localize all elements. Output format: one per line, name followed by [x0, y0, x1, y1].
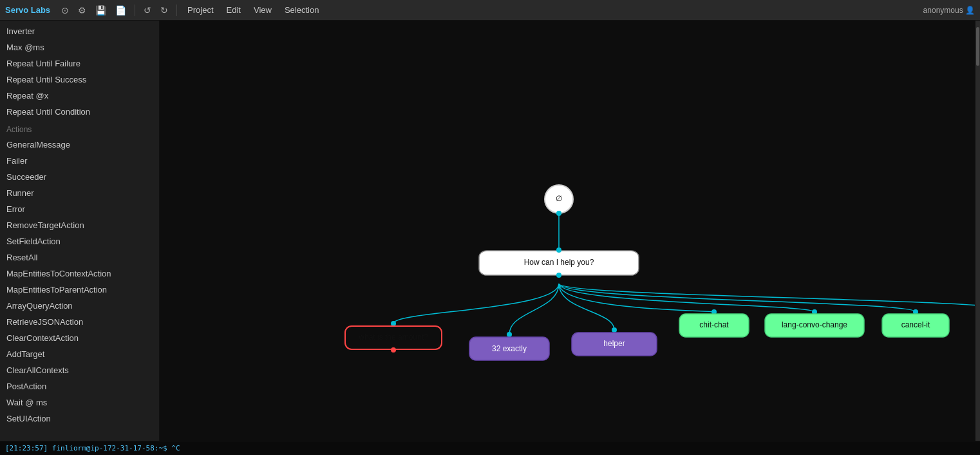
svg-point-13 [556, 247, 561, 253]
view-menu[interactable]: View [249, 3, 277, 17]
menu-bar: Servo Labs ⊙ ⚙ 💾 📄 ↺ ↻ Project Edit View… [0, 0, 980, 21]
actions-section-label: Actions [0, 120, 159, 137]
undo-icon-btn[interactable]: ↺ [140, 5, 155, 16]
svg-text:lang-convo-change: lang-convo-change [782, 320, 847, 329]
sidebar-item-failer[interactable]: Failer [0, 153, 159, 169]
svg-text:How can I help you?: How can I help you? [524, 258, 594, 267]
svg-point-17 [391, 347, 396, 353]
sidebar-item-error[interactable]: Error [0, 201, 159, 217]
sidebar-item-map-entities-to-parent[interactable]: MapEntitiesToParentAction [0, 282, 159, 298]
right-scrollbar[interactable] [975, 21, 980, 441]
project-menu[interactable]: Project [182, 3, 218, 17]
brand-label: Servo Labs [5, 5, 50, 15]
sidebar-item-repeat-until-success[interactable]: Repeat Until Success [0, 72, 159, 88]
svg-point-2 [507, 332, 512, 337]
sidebar-item-post-action[interactable]: PostAction [0, 378, 159, 394]
main-area: Inverter Max @ms Repeat Until Failure Re… [0, 21, 980, 441]
svg-text:chit-chat: chit-chat [699, 320, 729, 329]
sidebar-item-retrieve-json-action[interactable]: RetrieveJSONAction [0, 314, 159, 330]
selection-menu[interactable]: Selection [279, 3, 324, 17]
sidebar-item-runner[interactable]: Runner [0, 185, 159, 201]
save-icon-btn[interactable]: 💾 [92, 5, 109, 16]
sidebar-item-set-ui-action[interactable]: SetUIAction [0, 411, 159, 427]
sidebar-item-set-field-action[interactable]: SetFieldAction [0, 233, 159, 249]
sidebar-item-repeat-until-condition[interactable]: Repeat Until Condition [0, 104, 159, 120]
terminal-bar: [21:23:57] finliorm@ip-172-31-17-58:~$ ^… [0, 441, 980, 455]
scrollbar-thumb[interactable] [976, 27, 979, 66]
user-label: anonymous 👤 [923, 6, 975, 15]
sidebar: Inverter Max @ms Repeat Until Failure Re… [0, 21, 160, 441]
separator [135, 5, 135, 16]
svg-text:what is the amount?: what is the amount? [358, 333, 428, 342]
sidebar-item-inverter[interactable]: Inverter [0, 23, 159, 39]
home-icon-btn[interactable]: ⊙ [58, 5, 72, 16]
tree-svg: ∅ How can I help you? what is the amount… [160, 21, 975, 441]
svg-text:helper: helper [603, 339, 625, 348]
svg-point-14 [556, 273, 561, 278]
sidebar-item-repeat-until-failure[interactable]: Repeat Until Failure [0, 55, 159, 72]
sidebar-item-add-target[interactable]: AddTarget [0, 346, 159, 362]
settings-icon-btn[interactable]: ⚙ [75, 5, 90, 16]
svg-point-1 [391, 321, 396, 326]
sidebar-item-map-entities-to-context[interactable]: MapEntitiesToContextAction [0, 266, 159, 282]
sidebar-item-succeeder[interactable]: Succeeder [0, 169, 159, 185]
sidebar-item-repeat-x[interactable]: Repeat @x [0, 88, 159, 104]
svg-text:∅: ∅ [556, 194, 562, 203]
sidebar-item-wait-ms[interactable]: Wait @ ms [0, 394, 159, 411]
svg-text:32 exactly: 32 exactly [492, 344, 527, 353]
edit-menu[interactable]: Edit [221, 3, 246, 17]
sidebar-item-remove-target-action[interactable]: RemoveTargetAction [0, 217, 159, 233]
svg-point-3 [612, 327, 617, 333]
terminal-text: [21:23:57] finliorm@ip-172-31-17-58:~$ ^… [5, 444, 180, 452]
sidebar-item-array-query-action[interactable]: ArrayQueryAction [0, 298, 159, 314]
sidebar-item-general-message[interactable]: GeneralMessage [0, 137, 159, 153]
sidebar-item-clear-all-contexts[interactable]: ClearAllContexts [0, 362, 159, 378]
svg-text:cancel-it: cancel-it [901, 320, 930, 329]
canvas-area[interactable]: ∅ How can I help you? what is the amount… [160, 21, 975, 441]
svg-point-10 [556, 211, 561, 216]
separator2 [176, 5, 177, 16]
file-icon-btn[interactable]: 📄 [112, 5, 129, 16]
redo-icon-btn[interactable]: ↻ [157, 5, 171, 16]
sidebar-item-max-ms[interactable]: Max @ms [0, 39, 159, 55]
sidebar-item-clear-context-action[interactable]: ClearContextAction [0, 330, 159, 346]
sidebar-item-reset-all[interactable]: ResetAll [0, 249, 159, 266]
